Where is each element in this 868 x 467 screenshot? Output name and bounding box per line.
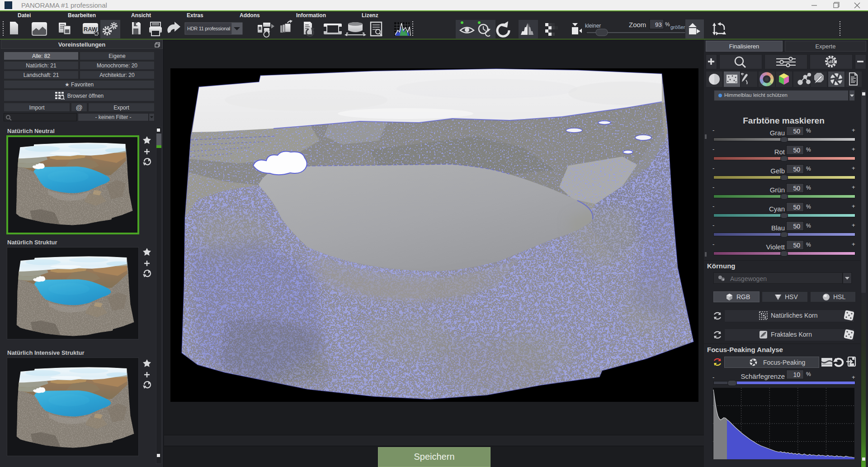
svg-text:%: % (665, 21, 670, 28)
svg-text:Zoom: Zoom (629, 21, 646, 29)
svg-text:93: 93 (655, 21, 662, 28)
svg-text:kleiner: kleiner (585, 23, 601, 29)
svg-text:HDR 11 professional: HDR 11 professional (187, 26, 230, 31)
svg-text:größer: größer (670, 24, 685, 30)
